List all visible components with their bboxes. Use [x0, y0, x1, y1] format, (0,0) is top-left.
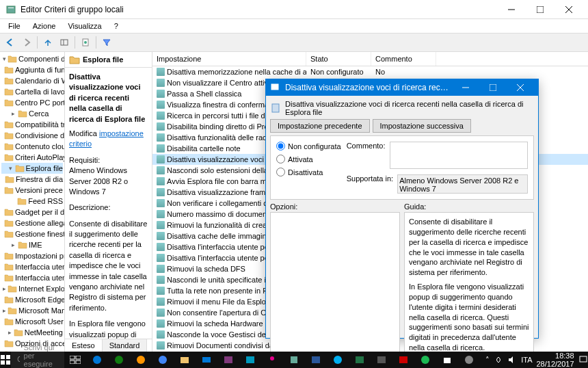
col-setting[interactable]: Impostazione — [152, 52, 306, 66]
radio-disabled[interactable]: Disattivata — [276, 168, 341, 176]
app-excel[interactable] — [349, 352, 371, 368]
dialog-minimize-button[interactable] — [452, 79, 479, 96]
app-mail[interactable] — [196, 352, 217, 368]
tree-item[interactable]: Cartella di lavoro — [1, 86, 63, 97]
tree-item[interactable]: Gadget per il des — [1, 207, 63, 218]
close-button[interactable] — [555, 2, 583, 17]
tree-item[interactable]: Condivisione di r — [1, 130, 63, 141]
task-view-icon[interactable] — [64, 352, 86, 368]
tree-item[interactable]: ▸Microsoft Manag — [1, 305, 63, 316]
tab-standard[interactable]: Standard — [103, 339, 148, 352]
setting-icon — [157, 188, 165, 196]
tree-item[interactable]: Criteri AutoPlay — [1, 152, 63, 163]
app-photos[interactable] — [239, 352, 261, 368]
maximize-button[interactable] — [526, 2, 554, 17]
col-state[interactable]: Stato — [306, 52, 371, 66]
tree-item[interactable]: ▾Esplora file — [1, 163, 63, 174]
menu-help[interactable]: ? — [109, 21, 124, 31]
show-hide-button[interactable] — [57, 35, 72, 50]
dialog-maximize-button[interactable] — [479, 79, 507, 96]
tree-item[interactable]: Finestra di dia — [1, 174, 63, 185]
tree-item[interactable]: Versioni prece — [1, 185, 63, 196]
tree-item-label: Gestione allegati — [15, 219, 65, 227]
setting-row[interactable]: Disattiva memorizzazione nella cache di … — [152, 66, 588, 77]
expand-icon[interactable]: ▸ — [3, 285, 6, 292]
tree-item[interactable]: ▾Componenti di Winc — [1, 53, 63, 64]
tree-item[interactable]: Feed RSS — [1, 196, 63, 207]
app-misc3[interactable] — [458, 352, 480, 368]
tray-clock[interactable]: 18:38 28/12/2017 — [537, 352, 574, 368]
app-xbox[interactable] — [108, 352, 130, 368]
prev-setting-button[interactable]: Impostazione precedente — [270, 119, 370, 133]
expand-icon[interactable]: ▾ — [8, 165, 14, 172]
tree-item[interactable]: Centro PC portat — [1, 97, 63, 108]
folder-icon — [4, 273, 14, 282]
tree-item[interactable]: Gestione allegati — [1, 218, 63, 228]
tree-item[interactable]: Impostazioni pre — [1, 250, 63, 261]
tree-item[interactable]: ▸Cerca — [1, 108, 63, 119]
app-people[interactable] — [261, 352, 283, 368]
next-setting-button[interactable]: Impostazione successiva — [373, 119, 471, 133]
tree-pane[interactable]: ▾Componenti di WincAggiunta di funzCalen… — [0, 52, 65, 352]
tree-item[interactable]: Compatibilità tra — [1, 119, 63, 130]
tree-item[interactable]: Contenuto cloud — [1, 141, 63, 152]
dialog-policy-name: Disattiva visualizzazione voci di ricerc… — [285, 100, 534, 116]
tree-item[interactable]: Aggiunta di funz — [1, 64, 63, 75]
tree-item[interactable]: Calendario di Win — [1, 75, 63, 86]
tree-item[interactable]: ▸Internet Explorer — [1, 283, 63, 294]
app-chrome[interactable] — [152, 352, 174, 368]
tree-item[interactable]: Interfaccia utente — [1, 272, 63, 283]
app-skype[interactable] — [327, 352, 349, 368]
tree-item[interactable]: ▸IME — [1, 239, 63, 250]
app-gpedit[interactable] — [283, 352, 305, 368]
menu-file[interactable]: File — [3, 21, 26, 31]
radio-enabled[interactable]: Attivata — [276, 155, 341, 163]
app-onenote[interactable] — [217, 352, 239, 368]
setting-icon — [157, 265, 165, 273]
app-edge[interactable] — [86, 352, 108, 368]
tree-item[interactable]: Gestione finestre — [1, 228, 63, 239]
filter-button[interactable] — [99, 35, 114, 50]
forward-button[interactable] — [19, 35, 34, 50]
tray-volume-icon[interactable] — [507, 356, 517, 364]
svg-point-29 — [159, 356, 167, 364]
expand-icon[interactable]: ▾ — [3, 55, 6, 62]
menu-action[interactable]: Azione — [27, 21, 62, 31]
app-misc1[interactable] — [371, 352, 392, 368]
tab-extended[interactable]: Esteso — [65, 339, 103, 352]
dialog-close-button[interactable] — [507, 79, 534, 96]
tree-item[interactable]: ▸NetMeeting — [1, 327, 63, 338]
expand-icon[interactable]: ▸ — [8, 329, 12, 336]
expand-icon[interactable]: ▸ — [3, 307, 6, 314]
tray-network-icon[interactable] — [494, 356, 503, 364]
tray-language[interactable]: ITA — [521, 356, 532, 364]
window-title: Editor Criteri di gruppo locali — [21, 5, 498, 14]
app-word[interactable] — [305, 352, 327, 368]
app-store[interactable] — [436, 352, 458, 368]
app-misc2[interactable] — [392, 352, 414, 368]
tree-item[interactable]: Microsoft Edge — [1, 294, 63, 305]
expand-icon[interactable] — [10, 198, 16, 205]
expand-icon[interactable]: ▸ — [10, 110, 16, 117]
folder-icon — [14, 328, 23, 337]
app-firefox[interactable] — [130, 352, 152, 368]
tray-up-icon[interactable]: ˄ — [485, 356, 490, 365]
properties-button[interactable] — [78, 35, 93, 50]
expand-icon[interactable]: ▸ — [10, 241, 16, 248]
radio-not-configured[interactable]: Non configurata — [276, 142, 341, 150]
tree-item[interactable]: Microsoft User Ex — [1, 316, 63, 327]
back-button[interactable] — [3, 35, 18, 50]
tree-item-label: Criteri AutoPlay — [15, 153, 65, 161]
up-button[interactable] — [40, 35, 55, 50]
notifications-icon[interactable] — [578, 355, 588, 365]
col-comment[interactable]: Commento — [371, 52, 436, 66]
app-spotify[interactable] — [414, 352, 436, 368]
folder-icon — [4, 76, 14, 86]
comment-textarea[interactable] — [390, 142, 528, 169]
minimize-button[interactable] — [498, 2, 525, 17]
start-button[interactable] — [0, 352, 11, 368]
app-explorer[interactable] — [174, 352, 196, 368]
menu-view[interactable]: Visualizza — [62, 21, 107, 31]
tree-item[interactable]: Interfaccia utente — [1, 261, 63, 272]
taskbar-search[interactable]: Scrivi qui per eseguire la ricerca — [11, 352, 64, 368]
